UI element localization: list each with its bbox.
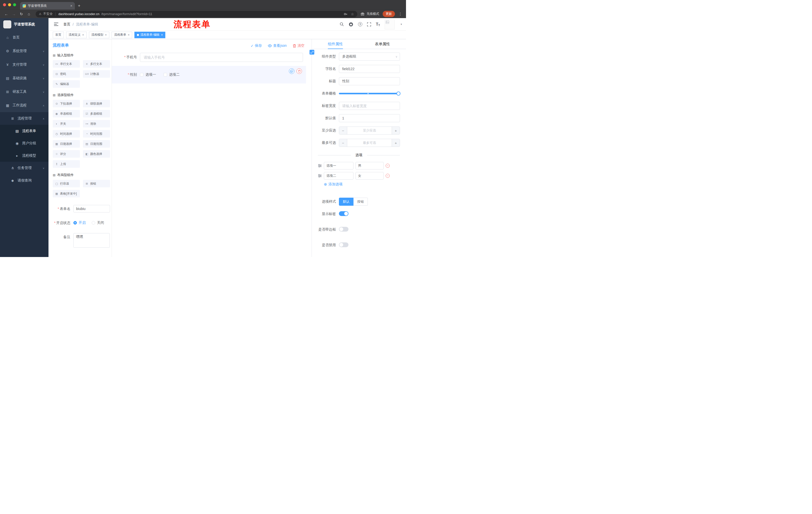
browser-update-button[interactable]: 更新 [383, 11, 395, 17]
border-switch[interactable] [339, 227, 348, 232]
delete-component-button[interactable] [296, 69, 302, 74]
title-input[interactable] [339, 77, 400, 85]
avatar[interactable] [385, 19, 395, 29]
avatar-caret-icon[interactable]: ▾ [401, 23, 402, 26]
password-key-icon[interactable] [344, 12, 348, 16]
sidebar-item-devtools[interactable]: ⊞ 研发工具 ∨ [0, 85, 49, 99]
option-label-input[interactable] [324, 162, 353, 169]
tag-home[interactable]: 首页 [53, 32, 64, 38]
home-button[interactable]: ⌂ [25, 12, 33, 16]
palette-item-radio-group[interactable]: ◉单选框组 [53, 110, 80, 117]
hamburger-icon[interactable] [54, 21, 59, 27]
security-label[interactable]: 不安全 [43, 12, 53, 16]
palette-item-counter[interactable]: 123计数器 [83, 70, 110, 78]
add-option-button[interactable]: ⊕ 添加选项 [324, 182, 400, 187]
palette-item-rate[interactable]: ☆评分 [53, 150, 80, 158]
drag-option-icon[interactable] [318, 164, 322, 167]
stepper-increase-button[interactable]: + [392, 139, 400, 146]
palette-item-color-picker[interactable]: ◧颜色选择 [83, 150, 110, 158]
min-select-input[interactable]: 至少应选 [347, 127, 392, 134]
option-label-input[interactable] [324, 172, 353, 180]
palette-item-single-text[interactable]: ▭单行文本 [53, 60, 80, 67]
tag-close-icon[interactable]: × [105, 33, 107, 37]
reload-button[interactable]: ↻ [18, 12, 25, 16]
stepper-decrease-button[interactable]: − [339, 139, 347, 146]
max-select-input[interactable]: 最多可选 [347, 139, 392, 146]
option-style-default-button[interactable]: 默认 [339, 198, 353, 206]
view-json-button[interactable]: 查看json [268, 44, 287, 48]
gender-field-row-selected[interactable]: *性别 选项一 选项二 [112, 66, 306, 83]
help-icon[interactable]: ? [358, 22, 362, 26]
sidebar-item-home[interactable]: ⌂ 首页 [0, 31, 49, 44]
palette-item-slider[interactable]: ⊶滑块 [83, 120, 110, 128]
sidebar-item-infrastructure[interactable]: ▤ 基础设施 ∨ [0, 72, 49, 85]
tag-process-form-edit[interactable]: 流程表单-编辑 × [135, 32, 166, 38]
phone-input[interactable] [140, 53, 303, 62]
form-name-input[interactable] [74, 205, 110, 213]
palette-item-checkbox-group[interactable]: ☑多选框组 [83, 110, 110, 117]
palette-item-upload[interactable]: ↥上传 [53, 160, 80, 168]
fullscreen-icon[interactable] [367, 22, 371, 26]
palette-item-textarea[interactable]: ≡多行文本 [83, 60, 110, 67]
forward-button[interactable]: → [10, 12, 18, 16]
breadcrumb-home[interactable]: 首页 [63, 22, 70, 27]
window-close-button[interactable] [3, 3, 6, 6]
default-value-input[interactable] [339, 114, 400, 122]
browser-tab[interactable]: 芋道管理系统 × [20, 2, 75, 9]
palette-item-date-range[interactable]: ▤日期范围 [83, 140, 110, 147]
option-style-button-button[interactable]: 按钮 [353, 198, 368, 206]
palette-item-select[interactable]: ⊙下拉选择 [53, 100, 80, 107]
tag-process-form[interactable]: 流程表单 × [112, 32, 132, 38]
palette-item-date-picker[interactable]: ▦日期选择 [53, 140, 80, 147]
palette-item-editor[interactable]: ✎编辑器 [53, 80, 80, 88]
save-button[interactable]: ✓ 保存 [251, 44, 262, 48]
show-label-switch[interactable] [339, 211, 348, 216]
tab-form-props[interactable]: 表单属性 [359, 39, 406, 49]
font-size-icon[interactable]: TT [376, 22, 380, 27]
drag-option-icon[interactable] [318, 174, 322, 178]
remove-option-button[interactable]: − [386, 164, 390, 168]
tag-close-icon[interactable]: × [161, 33, 163, 37]
tag-close-icon[interactable]: × [127, 33, 129, 37]
stepper-decrease-button[interactable]: − [339, 127, 347, 134]
tag-close-icon[interactable]: × [82, 33, 84, 37]
palette-item-row-container[interactable]: ▢行容器 [53, 180, 80, 187]
gender-option-1-checkbox[interactable]: 选项一 [140, 73, 156, 77]
palette-item-table[interactable]: ▦表格[开发中] [53, 190, 80, 197]
phone-field-row[interactable]: *手机号 [112, 53, 306, 62]
remove-option-button[interactable]: − [386, 174, 390, 178]
window-maximize-button[interactable] [13, 3, 16, 6]
sidebar-item-user-group[interactable]: ◉ 用户分组 [0, 137, 49, 150]
url-bar[interactable]: ⚠ 不安全 dashboard.yudao.iocoder.cn/bpm/man… [36, 11, 357, 17]
field-name-input[interactable] [339, 65, 400, 73]
tag-process-definition[interactable]: 流程定义 × [66, 32, 87, 38]
sidebar-item-system[interactable]: ⚙ 系统管理 ∨ [0, 44, 49, 58]
bookmark-star-icon[interactable]: ☆ [351, 12, 354, 16]
window-minimize-button[interactable] [8, 3, 11, 6]
search-icon[interactable] [340, 22, 344, 26]
clear-button[interactable]: 清空 [293, 44, 304, 48]
sidebar-item-workflow[interactable]: ▦ 工作流程 ∧ [0, 99, 49, 112]
status-off-radio[interactable]: 关闭 [92, 220, 104, 225]
gender-option-2-checkbox[interactable]: 选项二 [164, 73, 180, 77]
sidebar-item-process-management[interactable]: ≣ 流程管理 ∧ [0, 112, 49, 125]
sidebar-item-process-model[interactable]: ▸ 流程模型 [0, 150, 49, 162]
sidebar-item-payment[interactable]: ¥ 支付管理 ∨ [0, 58, 49, 72]
form-grid-slider[interactable] [339, 93, 399, 94]
palette-item-button[interactable]: ⊞按钮 [83, 180, 110, 187]
palette-item-time-picker[interactable]: ◷时间选择 [53, 130, 80, 138]
back-button[interactable]: ← [2, 12, 10, 16]
option-value-input[interactable] [355, 172, 384, 180]
browser-menu-icon[interactable]: ⋮ [398, 12, 404, 16]
duplicate-component-button[interactable] [289, 69, 294, 74]
new-tab-button[interactable]: + [75, 2, 83, 9]
sidebar-item-process-form[interactable]: ▤ 流程表单 [0, 125, 49, 137]
tag-process-model[interactable]: 流程模型 × [89, 32, 110, 38]
palette-item-cascader[interactable]: ⋔级联选择 [83, 100, 110, 107]
sidebar-item-task-management[interactable]: ⋔ 任务管理 ∨ [0, 162, 49, 174]
disabled-switch[interactable] [339, 242, 348, 247]
tab-component-props[interactable]: 组件属性 [312, 39, 359, 49]
component-type-select[interactable]: 多选框组 ∨ [339, 53, 400, 61]
palette-item-time-range[interactable]: ◔时间范围 [83, 130, 110, 138]
status-on-radio[interactable]: 开启 [74, 220, 86, 225]
